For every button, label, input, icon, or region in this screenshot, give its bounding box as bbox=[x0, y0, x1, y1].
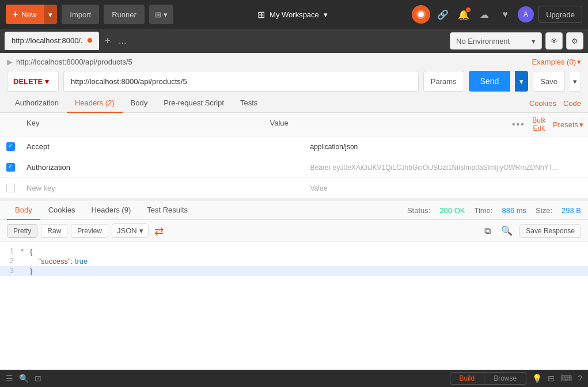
resp-tab-headers[interactable]: Headers (9) bbox=[84, 201, 139, 220]
tab-headers[interactable]: Headers (2) bbox=[67, 94, 123, 113]
keyboard-icon[interactable]: ⌨ bbox=[560, 374, 572, 383]
new-row-checkbox[interactable] bbox=[6, 184, 15, 192]
resp-tab-cookies[interactable]: Cookies bbox=[40, 201, 84, 220]
save-button[interactable]: Save bbox=[533, 71, 565, 92]
notifications-icon[interactable]: 🔔 bbox=[456, 6, 472, 22]
new-button[interactable]: + New ▾ bbox=[6, 5, 57, 24]
new-dropdown-arrow[interactable]: ▾ bbox=[43, 5, 57, 24]
pretty-view-button[interactable]: Pretty bbox=[7, 224, 37, 238]
tab-right-actions: Cookies Code bbox=[529, 99, 581, 108]
examples-link[interactable]: Examples (0) ▾ bbox=[532, 58, 581, 66]
build-button[interactable]: Build bbox=[450, 372, 485, 385]
bottom-right-controls: Build Browse 💡 ⊟ ⌨ ? bbox=[450, 372, 583, 385]
workspace-label: My Workspace bbox=[270, 10, 319, 19]
value-column-header: Value bbox=[264, 116, 508, 132]
runner-button[interactable]: Runner bbox=[104, 5, 145, 24]
method-label: DELETE bbox=[13, 77, 43, 86]
resp-tab-test-results[interactable]: Test Results bbox=[139, 201, 196, 220]
table-row-new: New key Value bbox=[0, 178, 588, 199]
response-section: Body Cookies Headers (9) Test Results St… bbox=[0, 199, 588, 370]
search-button[interactable]: 🔍 bbox=[498, 225, 516, 236]
wrap-button[interactable]: ⇄ bbox=[152, 224, 166, 238]
breadcrumb-arrow: ▶ bbox=[7, 58, 13, 66]
actions-column-header: ••• Bulk Edit Presets ▾ bbox=[507, 116, 588, 132]
row-1-value[interactable]: application/json bbox=[305, 139, 589, 154]
code-link[interactable]: Code bbox=[563, 99, 581, 108]
url-input[interactable] bbox=[63, 71, 419, 92]
env-eye-button[interactable]: 👁 bbox=[545, 32, 563, 50]
layout-button[interactable]: ⊞ ▾ bbox=[149, 5, 173, 24]
cookies-link[interactable]: Cookies bbox=[529, 99, 556, 108]
new-row-value[interactable]: Value bbox=[305, 181, 589, 196]
table-row: Authorization Bearer eyJ0eXAiOiJKV1QiLCJ… bbox=[0, 157, 588, 178]
breadcrumb: ▶ http://localhost:8000/api/products/5 bbox=[7, 58, 132, 66]
avatar[interactable]: A bbox=[518, 6, 534, 22]
workspace-grid-icon: ⊞ bbox=[257, 9, 265, 20]
tab-bar: http://localhost:8000/. + ... No Environ… bbox=[0, 29, 588, 53]
upgrade-button[interactable]: Upgrade bbox=[538, 6, 582, 23]
bulk-edit-button[interactable]: Bulk Edit bbox=[529, 116, 549, 132]
new-row-checkbox-cell bbox=[0, 184, 21, 192]
search-bottom-icon[interactable]: 🔍 bbox=[19, 374, 29, 383]
new-row-key[interactable]: New key bbox=[21, 180, 305, 196]
table-row: Accept application/json bbox=[0, 136, 588, 157]
lightbulb-icon[interactable]: 💡 bbox=[532, 374, 542, 383]
bottom-bar: ☰ 🔍 ⊡ Build Browse 💡 ⊟ ⌨ ? bbox=[0, 370, 588, 387]
row-2-value[interactable]: Bearer eyJ0eXAiOiJKV1QiLCJhbGciOiJSUzI1N… bbox=[305, 160, 589, 175]
tab-url-label: http://localhost:8000/. bbox=[12, 36, 83, 45]
row-2-checkbox[interactable] bbox=[6, 163, 15, 172]
postman-logo[interactable] bbox=[412, 5, 430, 24]
method-dropdown[interactable]: DELETE ▾ bbox=[7, 71, 59, 92]
save-dropdown-button[interactable]: ▾ bbox=[570, 71, 581, 92]
row-1-key[interactable]: Accept bbox=[21, 139, 305, 154]
preview-view-button[interactable]: Preview bbox=[71, 224, 108, 238]
notification-badge bbox=[466, 7, 471, 12]
response-stats: Status: 200 OK Time: 886 ms Size: 293 B bbox=[407, 206, 581, 215]
svg-point-1 bbox=[418, 12, 424, 17]
size-value: 293 B bbox=[562, 206, 581, 215]
tab-item-active[interactable]: http://localhost:8000/. bbox=[5, 32, 99, 50]
layout-icon: ⊞ bbox=[155, 10, 161, 19]
method-dropdown-arrow: ▾ bbox=[45, 77, 49, 86]
send-button[interactable]: Send bbox=[469, 71, 511, 92]
interceptor-icon[interactable]: 🔗 bbox=[435, 6, 451, 22]
tab-tests[interactable]: Tests bbox=[232, 94, 265, 113]
layout-split-icon[interactable]: ⊟ bbox=[548, 374, 555, 383]
size-label: Size: bbox=[536, 206, 552, 215]
presets-button[interactable]: Presets ▾ bbox=[553, 120, 583, 129]
more-options-button[interactable]: ••• bbox=[512, 119, 525, 130]
tab-body[interactable]: Body bbox=[123, 94, 156, 113]
nav-right-icons: 🔗 🔔 ☁ ♥ A Upgrade bbox=[412, 5, 582, 24]
environment-selector-area: No Environment ▾ 👁 ⚙ bbox=[450, 32, 583, 50]
params-button[interactable]: Params bbox=[423, 71, 464, 92]
check-column-header bbox=[0, 116, 21, 132]
help-icon[interactable]: ? bbox=[578, 374, 582, 383]
format-dropdown[interactable]: JSON ▾ bbox=[112, 223, 149, 238]
env-dropdown-arrow: ▾ bbox=[532, 37, 536, 45]
table-header-row: Key Value ••• Bulk Edit Presets ▾ bbox=[0, 113, 588, 136]
heart-icon[interactable]: ♥ bbox=[497, 6, 513, 22]
sidebar-toggle-icon[interactable]: ☰ bbox=[6, 374, 13, 383]
console-icon[interactable]: ⊡ bbox=[35, 374, 41, 383]
add-tab-button[interactable]: + bbox=[101, 35, 115, 47]
copy-button[interactable]: ⧉ bbox=[481, 226, 494, 236]
import-button[interactable]: Import bbox=[62, 5, 99, 24]
more-tabs-button[interactable]: ... bbox=[116, 36, 128, 46]
browse-button[interactable]: Browse bbox=[484, 372, 526, 385]
workspace-button[interactable]: ⊞ My Workspace ▾ bbox=[257, 9, 328, 20]
row-2-key[interactable]: Authorization bbox=[21, 160, 305, 175]
tab-pre-request-script[interactable]: Pre-request Script bbox=[155, 94, 232, 113]
code-line-2: 2 "success": true bbox=[0, 256, 588, 266]
tab-authorization[interactable]: Authorization bbox=[7, 94, 67, 113]
env-settings-button[interactable]: ⚙ bbox=[566, 32, 583, 50]
sync-icon[interactable]: ☁ bbox=[476, 6, 492, 22]
resp-tab-body[interactable]: Body bbox=[7, 201, 40, 220]
save-response-button[interactable]: Save Response bbox=[519, 224, 581, 238]
row-1-checkbox[interactable] bbox=[6, 142, 15, 151]
top-navigation: + New ▾ Import Runner ⊞ ▾ ⊞ My Workspace… bbox=[0, 0, 588, 29]
request-tabs: Authorization Headers (2) Body Pre-reque… bbox=[0, 94, 588, 113]
raw-view-button[interactable]: Raw bbox=[41, 224, 67, 238]
row-2-checkbox-cell bbox=[0, 163, 21, 172]
send-dropdown-button[interactable]: ▾ bbox=[515, 71, 528, 92]
environment-dropdown[interactable]: No Environment ▾ bbox=[450, 32, 542, 50]
